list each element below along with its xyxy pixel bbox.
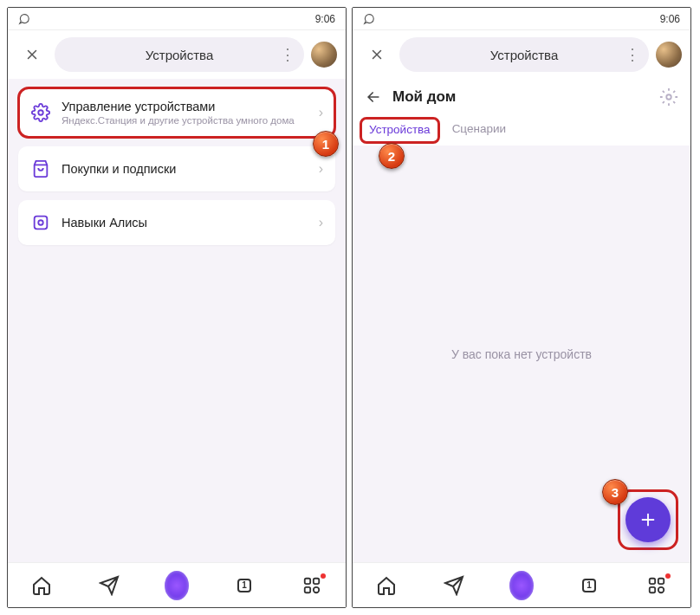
svg-point-0 xyxy=(38,110,43,115)
fab-highlight xyxy=(618,489,678,550)
svg-rect-6 xyxy=(305,586,310,592)
whatsapp-icon xyxy=(363,13,375,25)
back-button[interactable] xyxy=(365,88,382,106)
card-title: Покупки и подписки xyxy=(62,162,308,176)
close-button[interactable] xyxy=(16,39,48,70)
nav-send-icon[interactable] xyxy=(97,573,121,598)
home-header: Мой дом xyxy=(353,79,690,115)
card-manage-devices[interactable]: Управление устройствами Яндекс.Станция и… xyxy=(18,87,335,138)
settings-icon[interactable] xyxy=(659,87,678,107)
tab-scenarios[interactable]: Сценарии xyxy=(444,115,515,146)
card-purchases[interactable]: Покупки и подписки › xyxy=(18,146,335,191)
bottom-nav: 1 xyxy=(353,562,690,607)
header-pill[interactable]: Устройства ⋮ xyxy=(399,37,649,72)
top-bar: Устройства ⋮ xyxy=(353,30,690,79)
content-area: Управление устройствами Яндекс.Станция и… xyxy=(8,79,346,562)
notification-dot xyxy=(321,573,326,579)
clock: 9:06 xyxy=(315,13,335,25)
nav-alice-button[interactable] xyxy=(165,573,189,598)
nav-menu-icon[interactable] xyxy=(300,573,324,598)
status-bar: 9:06 xyxy=(353,8,690,30)
clock: 9:06 xyxy=(660,13,680,25)
top-bar: Устройства ⋮ xyxy=(8,30,346,79)
nav-home-icon[interactable] xyxy=(29,573,54,598)
header-title: Устройства xyxy=(146,48,213,62)
card-alice-skills[interactable]: Навыки Алисы › xyxy=(18,200,335,245)
home-title: Мой дом xyxy=(392,88,649,106)
card-title: Навыки Алисы xyxy=(62,216,308,230)
more-icon[interactable]: ⋮ xyxy=(625,45,638,64)
gear-icon xyxy=(30,102,51,123)
step-badge-1: 1 xyxy=(313,131,339,157)
add-device-fab[interactable] xyxy=(625,497,671,542)
tab-bar: Устройства Сценарии 2 xyxy=(353,115,690,146)
nav-tabs-icon[interactable]: 1 xyxy=(577,573,601,598)
svg-point-2 xyxy=(38,220,43,225)
chevron-right-icon: › xyxy=(319,215,323,230)
content-area: Мой дом Устройства Сценарии 2 У вас пока… xyxy=(353,79,690,562)
svg-point-8 xyxy=(666,94,671,100)
svg-rect-1 xyxy=(35,217,48,230)
chevron-right-icon: › xyxy=(319,105,323,120)
tabs-count: 1 xyxy=(242,580,247,590)
card-subtitle: Яндекс.Станция и другие устройства умног… xyxy=(62,115,308,126)
svg-point-13 xyxy=(658,586,664,592)
avatar[interactable] xyxy=(656,42,682,68)
shopping-bag-icon xyxy=(30,159,51,179)
svg-point-7 xyxy=(314,586,319,592)
header-pill[interactable]: Устройства ⋮ xyxy=(55,37,304,72)
close-button[interactable] xyxy=(361,39,392,70)
svg-rect-12 xyxy=(650,586,655,592)
avatar[interactable] xyxy=(311,42,337,68)
more-icon[interactable]: ⋮ xyxy=(280,45,294,64)
alice-icon xyxy=(509,571,534,600)
card-title: Управление устройствами xyxy=(62,100,308,113)
nav-send-icon[interactable] xyxy=(442,573,466,598)
tabs-count: 1 xyxy=(587,580,592,590)
nav-alice-button[interactable] xyxy=(509,573,534,598)
empty-text: У вас пока нет устройств xyxy=(451,347,592,361)
svg-rect-4 xyxy=(305,578,310,583)
status-bar: 9:06 xyxy=(8,8,346,30)
svg-rect-11 xyxy=(658,578,664,583)
phone-screen-2: 9:06 Устройства ⋮ Мой дом Устройства xyxy=(352,7,691,608)
svg-rect-5 xyxy=(314,578,319,583)
chevron-right-icon: › xyxy=(319,161,323,177)
step-badge-2: 2 xyxy=(379,143,405,169)
tab-devices[interactable]: Устройства xyxy=(360,117,440,144)
nav-tabs-icon[interactable]: 1 xyxy=(232,573,256,598)
header-title: Устройства xyxy=(490,48,558,62)
whatsapp-icon xyxy=(18,13,30,25)
step-badge-3: 3 xyxy=(602,479,628,505)
svg-rect-10 xyxy=(650,578,655,583)
bottom-nav: 1 xyxy=(8,562,346,607)
nav-home-icon[interactable] xyxy=(374,573,399,598)
phone-screen-1: 9:06 Устройства ⋮ Управление устройствам… xyxy=(7,7,347,608)
alice-icon xyxy=(165,571,189,600)
notification-dot xyxy=(665,573,671,579)
nav-menu-icon[interactable] xyxy=(645,573,669,598)
skills-icon xyxy=(30,212,51,233)
